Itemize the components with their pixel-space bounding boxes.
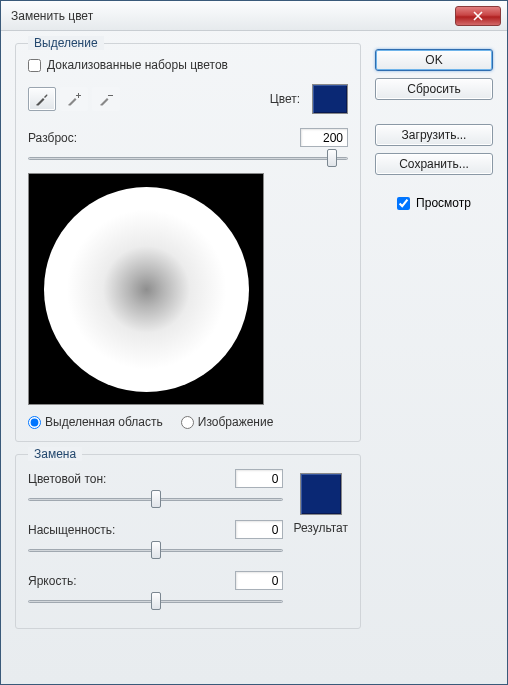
localized-sets-checkbox[interactable]: [28, 59, 41, 72]
eyedropper-tool[interactable]: [28, 87, 56, 111]
left-column: Выделение Докализованные наборы цветов: [15, 43, 361, 672]
fuzziness-input[interactable]: [300, 128, 348, 147]
saturation-slider[interactable]: [28, 541, 283, 559]
lightness-row: Яркость:: [28, 571, 283, 610]
result-label: Результат: [293, 521, 348, 535]
preview-checkbox-row: Просмотр: [375, 196, 493, 210]
eyedropper-plus-icon: [66, 91, 82, 107]
saturation-input[interactable]: [235, 520, 283, 539]
view-selection-option[interactable]: Выделенная область: [28, 415, 163, 429]
view-selection-label: Выделенная область: [45, 415, 163, 429]
lightness-label: Яркость:: [28, 574, 76, 588]
lightness-slider[interactable]: [28, 592, 283, 610]
close-icon: [473, 11, 483, 21]
selection-legend: Выделение: [28, 36, 104, 50]
hue-slider[interactable]: [28, 490, 283, 508]
saturation-row: Насыщенность:: [28, 520, 283, 559]
right-column: OK Сбросить Загрузить... Сохранить... Пр…: [375, 43, 493, 672]
eyedropper-minus-icon: [98, 91, 114, 107]
reset-button[interactable]: Сбросить: [375, 78, 493, 100]
view-selection-radio[interactable]: [28, 416, 41, 429]
load-button[interactable]: Загрузить...: [375, 124, 493, 146]
titlebar: Заменить цвет: [1, 1, 507, 31]
svg-rect-0: [108, 95, 113, 96]
hue-row: Цветовой тон:: [28, 469, 283, 508]
dialog-content: Выделение Докализованные наборы цветов: [1, 31, 507, 684]
eyedropper-subtract-tool[interactable]: [92, 87, 120, 111]
saturation-label: Насыщенность:: [28, 523, 115, 537]
replacement-group: Замена Цветовой тон:: [15, 454, 361, 629]
view-image-label: Изображение: [198, 415, 274, 429]
fuzziness-slider[interactable]: [28, 149, 348, 167]
view-image-option[interactable]: Изображение: [181, 415, 274, 429]
eyedropper-add-tool[interactable]: [60, 87, 88, 111]
lightness-thumb[interactable]: [151, 592, 161, 610]
window-title: Заменить цвет: [11, 9, 455, 23]
fuzziness-row: Разброс:: [28, 128, 348, 167]
color-swatch[interactable]: [312, 84, 348, 114]
result-column: Результат: [293, 469, 348, 616]
save-button[interactable]: Сохранить...: [375, 153, 493, 175]
preview-mask-icon: [44, 187, 249, 392]
replacement-legend: Замена: [28, 447, 82, 461]
preview-checkbox[interactable]: [397, 197, 410, 210]
ok-button[interactable]: OK: [375, 49, 493, 71]
replace-color-dialog: Заменить цвет Выделение Докализованные н…: [0, 0, 508, 685]
result-swatch[interactable]: [300, 473, 342, 515]
eyedropper-icon: [34, 91, 50, 107]
fuzziness-thumb[interactable]: [327, 149, 337, 167]
selection-preview: [28, 173, 264, 405]
preview-checkbox-label: Просмотр: [416, 196, 471, 210]
hue-thumb[interactable]: [151, 490, 161, 508]
color-label: Цвет:: [270, 92, 300, 106]
view-mode-radios: Выделенная область Изображение: [28, 415, 348, 429]
close-button[interactable]: [455, 6, 501, 26]
localized-sets-row: Докализованные наборы цветов: [28, 58, 348, 72]
fuzziness-label: Разброс:: [28, 131, 77, 145]
saturation-thumb[interactable]: [151, 541, 161, 559]
eyedropper-toolrow: Цвет:: [28, 84, 348, 114]
view-image-radio[interactable]: [181, 416, 194, 429]
hue-input[interactable]: [235, 469, 283, 488]
lightness-input[interactable]: [235, 571, 283, 590]
localized-sets-label: Докализованные наборы цветов: [47, 58, 228, 72]
selection-group: Выделение Докализованные наборы цветов: [15, 43, 361, 442]
hue-label: Цветовой тон:: [28, 472, 106, 486]
